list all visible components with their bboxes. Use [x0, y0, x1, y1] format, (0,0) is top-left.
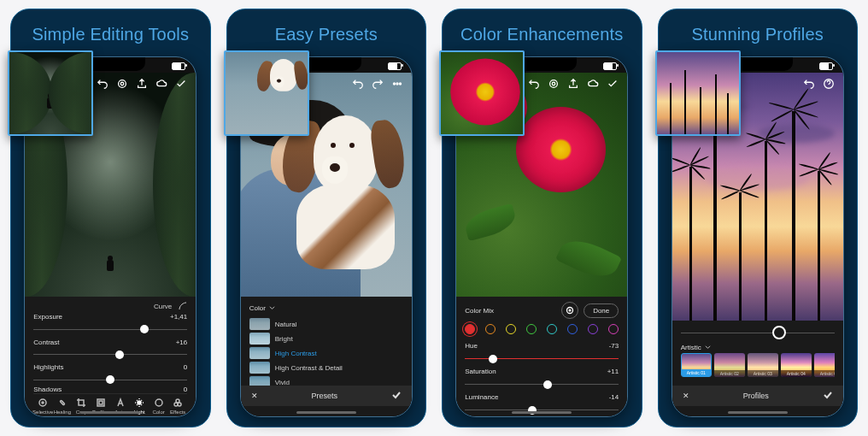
slider-label: Exposure [33, 313, 62, 321]
preset-list: Natural Bright High Contrast High Contra… [249, 317, 403, 389]
done-button[interactable]: Done [584, 303, 619, 318]
slider-label: Highlights [33, 363, 63, 371]
slider-value: -73 [609, 342, 619, 350]
color-swatch-blue[interactable] [567, 324, 578, 334]
panel-footer: ✕ Profiles [672, 386, 843, 406]
color-swatch-magenta[interactable] [608, 324, 619, 334]
close-icon[interactable]: ✕ [683, 392, 689, 400]
slider-value: +1,41 [170, 313, 187, 321]
home-indicator [512, 411, 572, 414]
home-indicator [728, 411, 788, 414]
preset-item[interactable]: High Contrast [249, 346, 403, 360]
color-swatches [465, 324, 619, 334]
slider-value: +11 [607, 368, 619, 375]
slider-contrast[interactable] [33, 349, 187, 361]
profile-thumb[interactable]: Artistic 01 [681, 353, 712, 377]
tab-color[interactable]: Color [150, 398, 168, 415]
card-presets: Easy Presets [226, 9, 427, 427]
category-label: Artistic [681, 344, 701, 351]
section-label: Color Mix [465, 307, 494, 315]
color-panel: Color Mix Done Hue-73 Saturation+11 [456, 297, 627, 416]
slider-hue[interactable] [465, 353, 619, 365]
view-icon[interactable] [116, 78, 128, 90]
color-swatch-red[interactable] [465, 324, 475, 334]
curve-toggle[interactable]: Curve [33, 302, 187, 310]
slider-intensity[interactable] [681, 326, 835, 339]
svg-point-13 [396, 83, 398, 85]
slider-value: +16 [176, 339, 188, 346]
undo-icon[interactable] [352, 78, 364, 90]
slider-luminance[interactable] [465, 404, 619, 416]
cloud-icon[interactable] [587, 78, 599, 90]
profile-thumb[interactable]: Artistic 05 [814, 353, 835, 377]
more-icon[interactable] [391, 78, 403, 90]
inset-original-thumb [8, 50, 93, 136]
profile-category[interactable]: Artistic [681, 341, 835, 353]
panel-footer: ✕ Presets [241, 386, 412, 406]
view-icon[interactable] [548, 78, 560, 90]
svg-rect-6 [99, 401, 103, 404]
slider-value: -14 [609, 393, 619, 401]
card-color-enhancements: Color Enhancements Color Mix [442, 9, 642, 427]
color-swatch-green[interactable] [526, 324, 537, 334]
card-editing-tools: Simple Editing Tools Curve Exposure+1,41 [10, 9, 211, 427]
preset-item[interactable]: Bright [249, 332, 403, 345]
slider-highlights[interactable] [33, 374, 187, 386]
svg-point-11 [178, 403, 181, 406]
profile-thumb[interactable]: Artistic 03 [748, 353, 778, 377]
tab-selective[interactable]: Selective [33, 398, 52, 415]
undo-icon[interactable] [97, 78, 108, 90]
check-icon[interactable] [607, 78, 619, 90]
preset-category[interactable]: Color [249, 302, 403, 314]
color-swatch-purple[interactable] [588, 324, 598, 334]
help-icon[interactable] [823, 78, 835, 90]
svg-point-12 [393, 83, 395, 85]
slider-label: Hue [465, 342, 478, 350]
color-swatch-yellow[interactable] [506, 324, 516, 334]
slider-label: Saturation [465, 368, 496, 375]
svg-point-7 [138, 401, 141, 404]
chevron-down-icon [705, 345, 711, 351]
undo-icon[interactable] [528, 78, 540, 90]
undo-icon[interactable] [803, 78, 815, 90]
share-icon[interactable] [136, 78, 148, 90]
promo-stage: Simple Editing Tools Curve Exposure+1,41 [0, 0, 868, 436]
profile-thumb[interactable]: Artistic 04 [781, 353, 812, 377]
redo-icon[interactable] [372, 78, 384, 90]
preset-item[interactable]: High Contrast & Detail [249, 361, 403, 374]
color-swatch-teal[interactable] [547, 324, 557, 334]
check-icon[interactable] [175, 78, 187, 90]
svg-rect-4 [60, 400, 65, 405]
confirm-icon[interactable] [391, 390, 402, 402]
slider-saturation[interactable] [465, 379, 619, 391]
svg-rect-5 [97, 399, 104, 406]
slider-value: 0 [184, 363, 187, 371]
target-icon[interactable] [561, 302, 578, 319]
slider-label: Contrast [33, 339, 59, 346]
slider-exposure-row: Exposure+1,41 [33, 310, 187, 324]
svg-point-1 [121, 82, 125, 85]
card-title: Stunning Profiles [667, 25, 849, 44]
confirm-icon[interactable] [823, 390, 833, 402]
curve-icon [179, 302, 187, 310]
color-swatch-orange[interactable] [485, 324, 496, 334]
card-title: Easy Presets [236, 25, 418, 44]
footer-title: Profiles [743, 392, 769, 400]
inset-original-thumb [224, 50, 309, 136]
slider-label: Shadows [33, 386, 62, 393]
inset-original-thumb [439, 50, 525, 136]
preset-item[interactable]: Natural [249, 317, 403, 331]
svg-point-14 [399, 83, 401, 85]
inset-original-thumb [655, 50, 741, 136]
tab-effects[interactable]: Effects [168, 398, 187, 415]
home-indicator [296, 411, 356, 414]
profile-thumbs: Artistic 01 Artistic 02 Artistic 03 Arti… [681, 353, 835, 377]
profile-thumb[interactable]: Artistic 02 [714, 353, 745, 377]
slider-exposure[interactable] [33, 324, 187, 336]
tab-healing[interactable]: Healing [53, 398, 72, 415]
footer-title: Presets [311, 392, 337, 400]
close-icon[interactable]: ✕ [251, 392, 258, 400]
cloud-icon[interactable] [155, 78, 167, 90]
category-label: Color [249, 304, 266, 312]
share-icon[interactable] [567, 78, 579, 90]
